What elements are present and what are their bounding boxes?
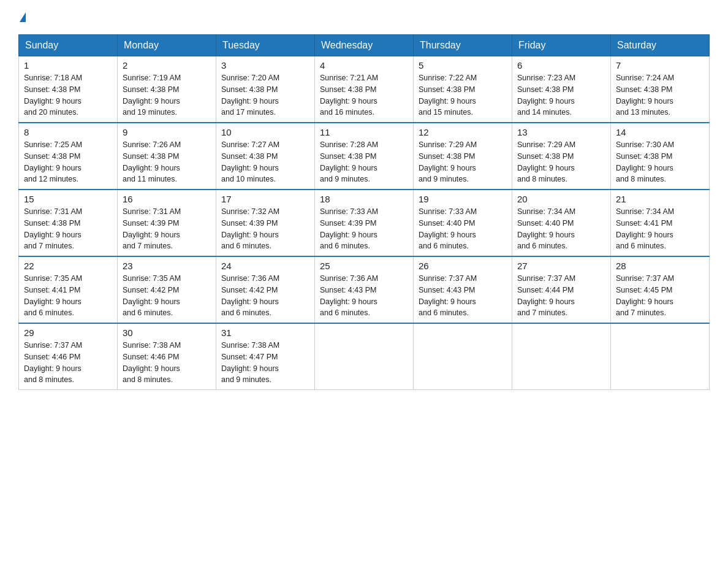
- day-cell: 8 Sunrise: 7:25 AM Sunset: 4:38 PM Dayli…: [19, 123, 118, 190]
- day-info: Sunrise: 7:37 AM Sunset: 4:43 PM Dayligh…: [419, 273, 507, 319]
- day-number: 6: [517, 60, 605, 71]
- day-cell: 18 Sunrise: 7:33 AM Sunset: 4:39 PM Dayl…: [315, 190, 414, 256]
- day-cell: [512, 323, 611, 390]
- calendar-table: SundayMondayTuesdayWednesdayThursdayFrid…: [18, 34, 710, 390]
- day-cell: 4 Sunrise: 7:21 AM Sunset: 4:38 PM Dayli…: [315, 56, 414, 123]
- day-number: 8: [24, 127, 112, 137]
- day-cell: 21 Sunrise: 7:34 AM Sunset: 4:41 PM Dayl…: [611, 190, 710, 256]
- day-number: 27: [517, 261, 605, 271]
- logo-triangle-icon: [20, 12, 26, 22]
- day-number: 26: [419, 261, 507, 271]
- header-tuesday: Tuesday: [216, 35, 315, 56]
- day-info: Sunrise: 7:32 AM Sunset: 4:39 PM Dayligh…: [221, 206, 309, 252]
- day-cell: 29 Sunrise: 7:37 AM Sunset: 4:46 PM Dayl…: [19, 323, 118, 390]
- day-cell: 17 Sunrise: 7:32 AM Sunset: 4:39 PM Dayl…: [216, 190, 315, 256]
- day-cell: 30 Sunrise: 7:38 AM Sunset: 4:46 PM Dayl…: [118, 323, 216, 390]
- day-info: Sunrise: 7:31 AM Sunset: 4:39 PM Dayligh…: [123, 206, 211, 252]
- day-info: Sunrise: 7:35 AM Sunset: 4:41 PM Dayligh…: [24, 273, 112, 319]
- day-info: Sunrise: 7:26 AM Sunset: 4:38 PM Dayligh…: [123, 139, 211, 185]
- week-row-3: 15 Sunrise: 7:31 AM Sunset: 4:38 PM Dayl…: [19, 190, 710, 256]
- header-monday: Monday: [118, 35, 216, 56]
- day-number: 16: [123, 194, 211, 204]
- day-cell: [315, 323, 414, 390]
- day-number: 11: [320, 127, 408, 137]
- day-info: Sunrise: 7:35 AM Sunset: 4:42 PM Dayligh…: [123, 273, 211, 319]
- day-info: Sunrise: 7:24 AM Sunset: 4:38 PM Dayligh…: [616, 72, 704, 118]
- day-number: 23: [123, 261, 211, 271]
- day-info: Sunrise: 7:34 AM Sunset: 4:41 PM Dayligh…: [616, 206, 704, 252]
- day-info: Sunrise: 7:29 AM Sunset: 4:38 PM Dayligh…: [419, 139, 507, 185]
- day-number: 10: [221, 127, 309, 137]
- header-wednesday: Wednesday: [315, 35, 414, 56]
- day-info: Sunrise: 7:33 AM Sunset: 4:40 PM Dayligh…: [419, 206, 507, 252]
- day-number: 9: [123, 127, 211, 137]
- day-number: 18: [320, 194, 408, 204]
- day-cell: 25 Sunrise: 7:36 AM Sunset: 4:43 PM Dayl…: [315, 256, 414, 323]
- day-cell: 5 Sunrise: 7:22 AM Sunset: 4:38 PM Dayli…: [414, 56, 512, 123]
- day-cell: 16 Sunrise: 7:31 AM Sunset: 4:39 PM Dayl…: [118, 190, 216, 256]
- day-number: 24: [221, 261, 309, 271]
- day-info: Sunrise: 7:19 AM Sunset: 4:38 PM Dayligh…: [123, 72, 211, 118]
- day-info: Sunrise: 7:36 AM Sunset: 4:42 PM Dayligh…: [221, 273, 309, 319]
- day-number: 19: [419, 194, 507, 204]
- day-number: 30: [123, 327, 211, 338]
- week-row-5: 29 Sunrise: 7:37 AM Sunset: 4:46 PM Dayl…: [19, 323, 710, 390]
- day-number: 21: [616, 194, 704, 204]
- day-cell: 27 Sunrise: 7:37 AM Sunset: 4:44 PM Dayl…: [512, 256, 611, 323]
- day-info: Sunrise: 7:38 AM Sunset: 4:47 PM Dayligh…: [221, 340, 309, 386]
- day-cell: 12 Sunrise: 7:29 AM Sunset: 4:38 PM Dayl…: [414, 123, 512, 190]
- day-info: Sunrise: 7:30 AM Sunset: 4:38 PM Dayligh…: [616, 139, 704, 185]
- day-number: 5: [419, 60, 507, 71]
- day-cell: 19 Sunrise: 7:33 AM Sunset: 4:40 PM Dayl…: [414, 190, 512, 256]
- day-info: Sunrise: 7:36 AM Sunset: 4:43 PM Dayligh…: [320, 273, 408, 319]
- day-number: 31: [221, 327, 309, 338]
- logo: [18, 12, 26, 22]
- week-row-4: 22 Sunrise: 7:35 AM Sunset: 4:41 PM Dayl…: [19, 256, 710, 323]
- day-info: Sunrise: 7:28 AM Sunset: 4:38 PM Dayligh…: [320, 139, 408, 185]
- day-number: 12: [419, 127, 507, 137]
- day-number: 14: [616, 127, 704, 137]
- day-cell: 1 Sunrise: 7:18 AM Sunset: 4:38 PM Dayli…: [19, 56, 118, 123]
- calendar-header-row: SundayMondayTuesdayWednesdayThursdayFrid…: [19, 35, 710, 56]
- header-saturday: Saturday: [611, 35, 710, 56]
- header-sunday: Sunday: [19, 35, 118, 56]
- day-cell: 2 Sunrise: 7:19 AM Sunset: 4:38 PM Dayli…: [118, 56, 216, 123]
- week-row-1: 1 Sunrise: 7:18 AM Sunset: 4:38 PM Dayli…: [19, 56, 710, 123]
- day-info: Sunrise: 7:37 AM Sunset: 4:44 PM Dayligh…: [517, 273, 605, 319]
- day-info: Sunrise: 7:27 AM Sunset: 4:38 PM Dayligh…: [221, 139, 309, 185]
- day-number: 7: [616, 60, 704, 71]
- day-number: 28: [616, 261, 704, 271]
- day-info: Sunrise: 7:33 AM Sunset: 4:39 PM Dayligh…: [320, 206, 408, 252]
- day-number: 4: [320, 60, 408, 71]
- day-info: Sunrise: 7:38 AM Sunset: 4:46 PM Dayligh…: [123, 340, 211, 386]
- day-cell: 3 Sunrise: 7:20 AM Sunset: 4:38 PM Dayli…: [216, 56, 315, 123]
- day-cell: 31 Sunrise: 7:38 AM Sunset: 4:47 PM Dayl…: [216, 323, 315, 390]
- day-number: 20: [517, 194, 605, 204]
- header-friday: Friday: [512, 35, 611, 56]
- day-info: Sunrise: 7:23 AM Sunset: 4:38 PM Dayligh…: [517, 72, 605, 118]
- day-cell: [611, 323, 710, 390]
- day-cell: 10 Sunrise: 7:27 AM Sunset: 4:38 PM Dayl…: [216, 123, 315, 190]
- day-cell: 23 Sunrise: 7:35 AM Sunset: 4:42 PM Dayl…: [118, 256, 216, 323]
- day-info: Sunrise: 7:25 AM Sunset: 4:38 PM Dayligh…: [24, 139, 112, 185]
- day-number: 29: [24, 327, 112, 338]
- day-cell: [414, 323, 512, 390]
- day-number: 22: [24, 261, 112, 271]
- day-cell: 20 Sunrise: 7:34 AM Sunset: 4:40 PM Dayl…: [512, 190, 611, 256]
- day-cell: 22 Sunrise: 7:35 AM Sunset: 4:41 PM Dayl…: [19, 256, 118, 323]
- week-row-2: 8 Sunrise: 7:25 AM Sunset: 4:38 PM Dayli…: [19, 123, 710, 190]
- day-info: Sunrise: 7:34 AM Sunset: 4:40 PM Dayligh…: [517, 206, 605, 252]
- header-thursday: Thursday: [414, 35, 512, 56]
- day-info: Sunrise: 7:21 AM Sunset: 4:38 PM Dayligh…: [320, 72, 408, 118]
- day-number: 3: [221, 60, 309, 71]
- day-number: 15: [24, 194, 112, 204]
- day-info: Sunrise: 7:20 AM Sunset: 4:38 PM Dayligh…: [221, 72, 309, 118]
- day-cell: 13 Sunrise: 7:29 AM Sunset: 4:38 PM Dayl…: [512, 123, 611, 190]
- day-info: Sunrise: 7:22 AM Sunset: 4:38 PM Dayligh…: [419, 72, 507, 118]
- day-cell: 26 Sunrise: 7:37 AM Sunset: 4:43 PM Dayl…: [414, 256, 512, 323]
- day-info: Sunrise: 7:37 AM Sunset: 4:46 PM Dayligh…: [24, 340, 112, 386]
- day-cell: 7 Sunrise: 7:24 AM Sunset: 4:38 PM Dayli…: [611, 56, 710, 123]
- day-number: 25: [320, 261, 408, 271]
- day-number: 2: [123, 60, 211, 71]
- day-cell: 9 Sunrise: 7:26 AM Sunset: 4:38 PM Dayli…: [118, 123, 216, 190]
